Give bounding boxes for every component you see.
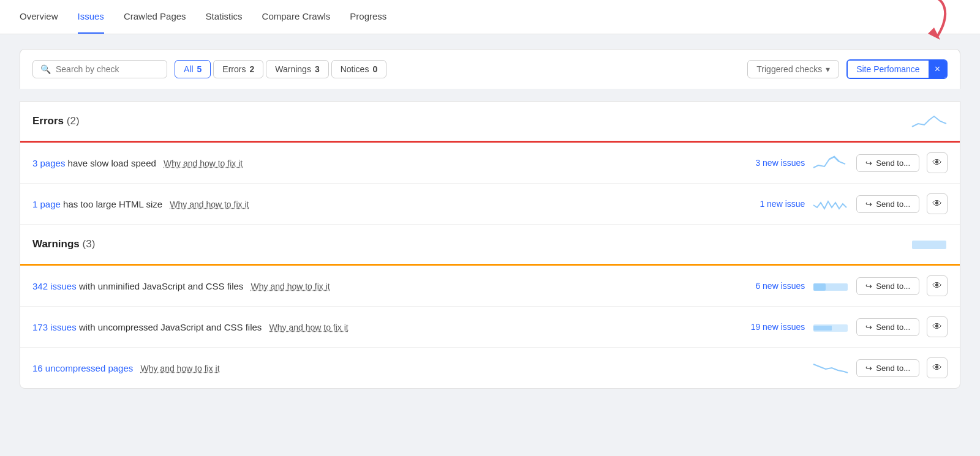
error-1-link[interactable]: 3 pages [32, 158, 65, 168]
warning-3-text: 16 uncompressed pages Why and how to fix… [32, 363, 730, 373]
warnings-section-header: Warnings (3) [20, 225, 960, 264]
errors-count: (2) [67, 115, 80, 127]
warning-3-send-button[interactable]: ↪ Send to... [856, 359, 919, 377]
filter-tab-warnings[interactable]: Warnings 3 [266, 60, 328, 78]
site-performance-close-button[interactable]: × [929, 61, 946, 78]
chevron-down-icon: ▾ [826, 64, 830, 74]
warning-2-new-issues: 19 new issues [737, 322, 805, 332]
warnings-title: Warnings (3) [32, 238, 95, 250]
error-2-eye-button[interactable]: 👁 [927, 193, 948, 214]
send-icon-4: ↪ [865, 323, 872, 332]
tab-errors-count: 2 [249, 64, 254, 74]
filter-tab-notices[interactable]: Notices 0 [331, 60, 386, 78]
warning-3-fix-link[interactable]: Why and how to fix it [140, 364, 219, 373]
warning-2-desc: with uncompressed JavaScript and CSS fil… [77, 322, 262, 332]
warning-2-text: 173 issues with uncompressed JavaScript … [32, 322, 730, 332]
eye-icon-4: 👁 [932, 321, 942, 332]
triggered-checks-label: Triggered checks [756, 64, 822, 74]
nav-crawled-pages[interactable]: Crawled Pages [124, 0, 186, 34]
error-1-text: 3 pages have slow load speed Why and how… [32, 158, 730, 168]
nav-progress[interactable]: Progress [350, 0, 386, 34]
svg-rect-5 [813, 326, 832, 331]
site-performance-label: Site Perfomance [848, 61, 929, 78]
eye-icon-3: 👁 [932, 280, 942, 291]
tab-all-label: All [184, 64, 194, 74]
send-icon: ↪ [865, 159, 872, 168]
error-2-fix-link[interactable]: Why and how to fix it [170, 200, 249, 209]
filter-tab-errors[interactable]: Errors 2 [213, 60, 263, 78]
error-1-eye-button[interactable]: 👁 [927, 152, 948, 173]
tab-errors-label: Errors [222, 64, 246, 74]
send-label-4: Send to... [876, 323, 910, 332]
error-1-desc: have slow load speed [65, 158, 156, 168]
error-1-fix-link[interactable]: Why and how to fix it [164, 159, 243, 168]
warning-3-link[interactable]: 16 uncompressed pages [32, 363, 133, 373]
error-row-2: 1 page has too large HTML size Why and h… [20, 184, 960, 225]
warning-1-link[interactable]: 342 issues [32, 281, 77, 291]
top-navigation: Overview Issues Crawled Pages Statistics… [0, 0, 980, 34]
filter-tab-all[interactable]: All 5 [175, 60, 211, 78]
tab-warnings-count: 3 [315, 64, 320, 74]
error-2-link[interactable]: 1 page [32, 199, 61, 209]
tab-notices-label: Notices [341, 64, 369, 74]
warning-1-fix-link[interactable]: Why and how to fix it [251, 282, 330, 291]
nav-issues[interactable]: Issues [78, 0, 104, 34]
warning-row-3: 16 uncompressed pages Why and how to fix… [20, 348, 960, 388]
send-icon-3: ↪ [865, 282, 872, 291]
send-label-2: Send to... [876, 200, 910, 209]
filter-tabs: All 5 Errors 2 Warnings 3 Notices 0 [175, 60, 386, 78]
error-2-chart [812, 194, 849, 214]
svg-rect-3 [813, 283, 826, 291]
warning-2-link[interactable]: 173 issues [32, 322, 77, 332]
warning-row-2: 173 issues with uncompressed JavaScript … [20, 307, 960, 348]
tab-all-count: 5 [197, 64, 202, 74]
search-icon: 🔍 [40, 64, 51, 74]
svg-rect-1 [912, 241, 946, 249]
search-input[interactable] [56, 64, 154, 74]
warning-1-send-button[interactable]: ↪ Send to... [856, 277, 919, 295]
tab-warnings-label: Warnings [275, 64, 311, 74]
error-2-desc: has too large HTML size [61, 199, 162, 209]
errors-title: Errors (2) [32, 115, 80, 127]
warning-3-eye-button[interactable]: 👁 [927, 357, 948, 378]
warning-3-chart [812, 358, 849, 378]
filter-bar: 🔍 All 5 Errors 2 Warnings 3 Notices [20, 49, 960, 89]
nav-compare-crawls[interactable]: Compare Crawls [262, 0, 331, 34]
site-performance-badge: Site Perfomance × [846, 59, 948, 79]
warning-row-1: 342 issues with unminified JavaScript an… [20, 266, 960, 307]
warning-2-chart [812, 317, 849, 337]
errors-chart [911, 111, 948, 131]
nav-overview[interactable]: Overview [20, 0, 58, 34]
warning-1-new-issues: 6 new issues [737, 281, 805, 291]
search-box[interactable]: 🔍 [32, 60, 167, 78]
nav-statistics[interactable]: Statistics [206, 0, 243, 34]
warnings-count: (3) [83, 238, 96, 250]
main-content: 🔍 All 5 Errors 2 Warnings 3 Notices [0, 34, 980, 403]
eye-icon-5: 👁 [932, 362, 942, 373]
error-2-new-issues: 1 new issue [737, 199, 805, 209]
error-1-new-issues: 3 new issues [737, 158, 805, 168]
errors-section-header: Errors (2) [20, 102, 960, 141]
warning-1-eye-button[interactable]: 👁 [927, 275, 948, 296]
warning-2-eye-button[interactable]: 👁 [927, 316, 948, 337]
error-1-chart [812, 153, 849, 173]
send-label-3: Send to... [876, 282, 910, 291]
warning-1-text: 342 issues with unminified JavaScript an… [32, 281, 730, 291]
error-row-1: 3 pages have slow load speed Why and how… [20, 143, 960, 184]
error-2-send-button[interactable]: ↪ Send to... [856, 195, 919, 213]
send-icon-5: ↪ [865, 364, 872, 373]
send-label-5: Send to... [876, 364, 910, 373]
send-icon-2: ↪ [865, 200, 872, 209]
warnings-chart [911, 234, 948, 254]
warning-2-fix-link[interactable]: Why and how to fix it [270, 323, 349, 332]
warning-1-chart [812, 276, 849, 296]
issues-panel: Errors (2) 3 pages have slow load speed … [20, 101, 960, 389]
tab-notices-count: 0 [372, 64, 377, 74]
eye-icon-2: 👁 [932, 198, 942, 209]
error-2-text: 1 page has too large HTML size Why and h… [32, 199, 730, 209]
send-label: Send to... [876, 159, 910, 168]
warning-2-send-button[interactable]: ↪ Send to... [856, 318, 919, 336]
triggered-checks-dropdown[interactable]: Triggered checks ▾ [747, 60, 839, 78]
error-1-send-button[interactable]: ↪ Send to... [856, 154, 919, 172]
eye-icon: 👁 [932, 157, 942, 168]
